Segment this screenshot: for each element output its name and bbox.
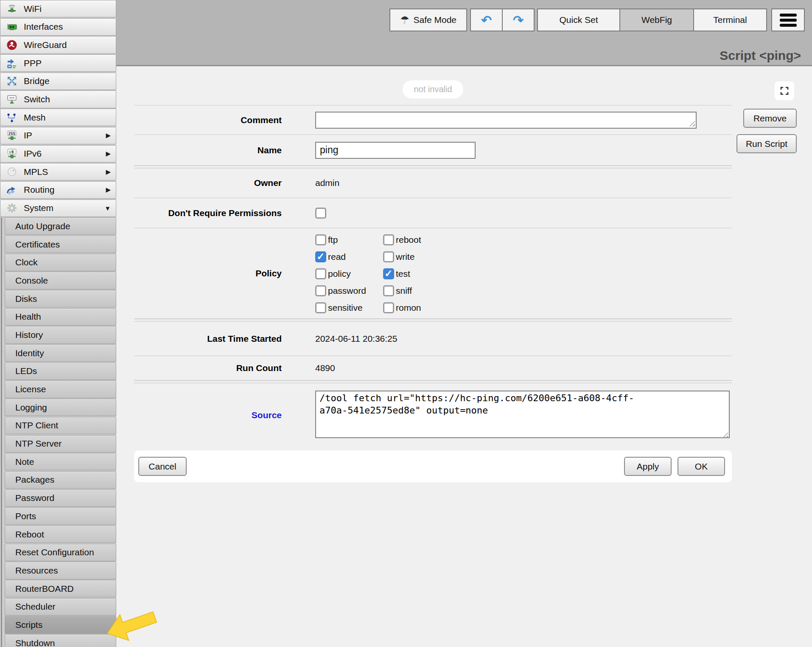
sidebar-item-label: Mesh: [24, 113, 45, 123]
cancel-button[interactable]: Cancel: [138, 457, 187, 476]
name-input[interactable]: [315, 142, 476, 159]
sidebar-item-ipv6[interactable]: v6 IPv6 ▶: [0, 145, 116, 163]
redo-button[interactable]: ↷: [502, 8, 535, 31]
sidebar-item-resources[interactable]: Resources: [5, 562, 116, 579]
sidebar-item-reset-configuration[interactable]: Reset Configuration: [5, 544, 116, 561]
policy-test-checkbox[interactable]: [383, 268, 394, 279]
policy-write-checkbox[interactable]: [383, 251, 394, 262]
sidebar: WiFi Interfaces WireGuard: [0, 0, 116, 647]
policy-label: Policy: [134, 268, 282, 278]
policy-ftp-checkbox[interactable]: [315, 234, 326, 245]
sidebar-item-wifi[interactable]: WiFi: [0, 0, 116, 17]
source-textarea[interactable]: /tool fetch url="https://hc-ping.com/620…: [315, 391, 730, 438]
policy-password-label: password: [328, 286, 366, 296]
sidebar-item-health[interactable]: Health: [5, 308, 116, 326]
sidebar-item-console[interactable]: Console: [5, 272, 116, 289]
routing-icon: [6, 184, 18, 196]
sidebar-item-history[interactable]: History: [5, 326, 116, 343]
comment-row: Comment: [134, 105, 732, 134]
sidebar-item-interfaces[interactable]: Interfaces: [0, 18, 116, 36]
policy-password-checkbox[interactable]: [315, 285, 326, 296]
sidebar-item-disks[interactable]: Disks: [5, 290, 116, 307]
policy-romon-label: romon: [396, 303, 421, 313]
sidebar-item-routerboard[interactable]: RouterBOARD: [5, 580, 116, 597]
tab-terminal[interactable]: Terminal: [693, 8, 767, 31]
submenu-collapse-arrow[interactable]: ▼: [104, 205, 111, 212]
sidebar-item-auto-upgrade[interactable]: Auto Upgrade: [5, 217, 116, 235]
sidebar-item-reboot[interactable]: Reboot: [5, 526, 116, 543]
run-count-row: Run Count 4890: [134, 355, 732, 380]
tab-webfig[interactable]: WebFig: [619, 8, 694, 31]
remove-button[interactable]: Remove: [743, 109, 797, 128]
run-script-button[interactable]: Run Script: [736, 134, 797, 153]
sidebar-item-label: PPP: [24, 58, 42, 68]
name-row: Name: [134, 134, 732, 165]
sidebar-item-license[interactable]: License: [5, 380, 116, 398]
sidebar-item-ntp-client[interactable]: NTP Client: [5, 417, 116, 434]
sidebar-item-label: WiFi: [24, 4, 42, 14]
sidebar-item-clock[interactable]: Clock: [5, 254, 116, 271]
ok-button[interactable]: OK: [678, 457, 725, 476]
sidebar-item-mpls[interactable]: MPLS ▶: [0, 163, 116, 180]
sidebar-item-switch[interactable]: Switch: [0, 90, 116, 108]
sidebar-item-ports[interactable]: Ports: [5, 507, 116, 525]
policy-sensitive-checkbox[interactable]: [315, 302, 326, 313]
sidebar-item-scripts[interactable]: Scripts: [5, 616, 116, 633]
sidebar-item-ppp[interactable]: PPP: [0, 54, 116, 72]
sidebar-item-shutdown[interactable]: Shutdown: [5, 634, 116, 647]
header: ☂ Safe Mode ↶ ↷ Quick Set WebFig Termina…: [116, 0, 812, 66]
sidebar-item-certificates[interactable]: Certificates: [5, 236, 116, 253]
sidebar-item-identity[interactable]: Identity: [5, 344, 116, 362]
ppp-icon: [6, 57, 18, 69]
sidebar-item-packages[interactable]: Packages: [5, 471, 116, 489]
hamburger-icon: [780, 14, 797, 17]
sidebar-item-password[interactable]: Password: [5, 489, 116, 507]
hamburger-menu-button[interactable]: [771, 8, 805, 31]
sidebar-item-bridge[interactable]: Bridge: [0, 73, 116, 90]
sidebar-item-routing[interactable]: Routing ▶: [0, 181, 116, 199]
safe-mode-button[interactable]: ☂ Safe Mode: [389, 8, 467, 31]
sidebar-item-leds[interactable]: LEDs: [5, 363, 116, 380]
webfig-app: WiFi Interfaces WireGuard: [0, 0, 812, 647]
sidebar-item-wireguard[interactable]: WireGuard: [0, 36, 116, 53]
sidebar-item-system[interactable]: System ▼: [0, 200, 116, 217]
policy-reboot-checkbox[interactable]: [383, 234, 394, 245]
sidebar-item-label: System: [24, 203, 53, 213]
section-divider: [134, 380, 732, 383]
policy-test-label: test: [396, 269, 410, 279]
policy-read-checkbox[interactable]: [315, 251, 326, 262]
sidebar-item-scheduler[interactable]: Scheduler: [5, 598, 116, 616]
apply-button[interactable]: Apply: [624, 457, 672, 476]
submenu-arrow: ▶: [106, 186, 111, 194]
owner-value: admin: [315, 178, 732, 188]
tab-quick-set[interactable]: Quick Set: [537, 8, 620, 31]
undo-button[interactable]: ↶: [470, 8, 502, 31]
policy-romon-checkbox[interactable]: [383, 302, 394, 313]
submenu-arrow: ▶: [106, 168, 111, 176]
policy-policy-checkbox[interactable]: [315, 268, 326, 279]
last-time-started-row: Last Time Started 2024-06-11 20:36:25: [134, 322, 732, 355]
owner-row: Owner admin: [134, 169, 732, 197]
sidebar-item-mesh[interactable]: Mesh: [0, 109, 116, 126]
fullscreen-icon: [779, 86, 790, 96]
dont-require-permissions-checkbox[interactable]: [315, 208, 326, 219]
wifi-icon: [6, 3, 18, 15]
sidebar-item-ip[interactable]: 255 IP ▶: [0, 127, 116, 144]
page-title: Script <ping>: [720, 48, 801, 63]
sidebar-item-label: WireGuard: [24, 40, 67, 50]
policy-sniff-checkbox[interactable]: [383, 285, 394, 296]
policy-write-label: write: [396, 252, 414, 262]
comment-input[interactable]: [315, 112, 697, 129]
mesh-icon: [6, 112, 18, 124]
section-divider: [134, 165, 732, 169]
sidebar-item-logging[interactable]: Logging: [5, 399, 116, 416]
safe-mode-label: Safe Mode: [413, 15, 456, 25]
submenu-arrow: ▶: [106, 132, 111, 139]
sidebar-item-note[interactable]: Note: [5, 453, 116, 470]
owner-label: Owner: [134, 178, 282, 188]
policy-row: Policy ftp reboot read write policy test…: [134, 228, 732, 318]
ip-icon: 255: [6, 129, 18, 141]
fullscreen-button[interactable]: [775, 82, 794, 100]
section-divider: [134, 318, 732, 322]
sidebar-item-ntp-server[interactable]: NTP Server: [5, 435, 116, 453]
